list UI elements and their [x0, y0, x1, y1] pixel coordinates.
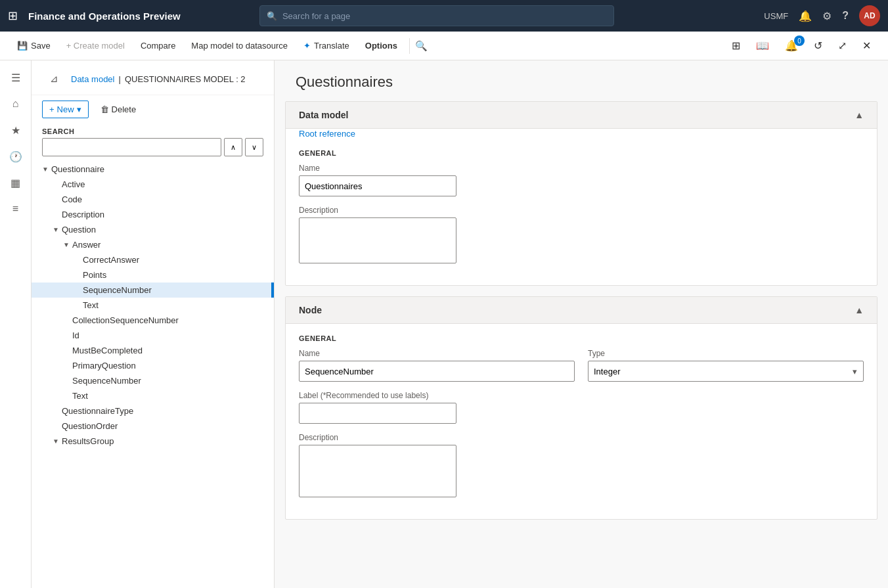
- name-input-node[interactable]: [299, 361, 575, 382]
- node-two-col: Name Type Integer String Real: [299, 349, 864, 391]
- label-field-row-node: Label (*Recommended to use labels): [299, 391, 864, 424]
- data-model-section-header[interactable]: Data model ▲: [286, 102, 877, 129]
- search-cmd-icon[interactable]: 🔍: [415, 40, 428, 52]
- tree-item-collection-seq[interactable]: CollectionSequenceNumber: [32, 313, 274, 328]
- tree-item-id[interactable]: Id: [32, 328, 274, 343]
- save-button[interactable]: 💾 Save: [11, 37, 57, 55]
- page-title: Questionnaires: [275, 60, 888, 101]
- options-button[interactable]: Options: [359, 37, 404, 55]
- tree-search-input[interactable]: [42, 138, 221, 156]
- cmd-divider: [409, 38, 410, 54]
- data-model-collapse-icon: ▲: [855, 110, 864, 120]
- sidebar-list-icon[interactable]: ≡: [4, 197, 28, 221]
- search-up-button[interactable]: ∧: [224, 138, 242, 156]
- description-field-row-dm: Description: [299, 206, 864, 265]
- name-label-dm: Name: [299, 164, 864, 173]
- node-collapse-icon: ▲: [855, 305, 864, 315]
- description-textarea-dm[interactable]: [299, 217, 456, 263]
- tree-item-questionnaire[interactable]: ▼ Questionnaire: [32, 162, 274, 177]
- search-input[interactable]: [282, 11, 607, 21]
- tree-item-sequence-number[interactable]: SequenceNumber: [32, 283, 274, 298]
- create-model-button[interactable]: + Create model: [60, 37, 131, 55]
- description-label-node: Description: [299, 433, 864, 442]
- sidebar-star-icon[interactable]: ★: [4, 118, 28, 142]
- node-section-body: GENERAL Name Type Integer: [286, 324, 877, 519]
- root-reference-link[interactable]: Root reference: [286, 124, 368, 144]
- filter-icon[interactable]: ⊿: [42, 67, 66, 91]
- node-section-title: Node: [299, 305, 322, 315]
- general-label-dm: GENERAL: [299, 149, 864, 157]
- tree-item-questionnaire-type[interactable]: QuestionnaireType: [32, 403, 274, 418]
- translate-button[interactable]: ✦ Translate: [297, 37, 356, 55]
- tree-item-answer[interactable]: ▼ Answer: [32, 237, 274, 252]
- tree-item-description[interactable]: Description: [32, 207, 274, 222]
- description-textarea-node[interactable]: [299, 445, 456, 497]
- description-label-dm: Description: [299, 206, 864, 215]
- tree-item-text-question[interactable]: Text: [32, 388, 274, 403]
- refresh-button[interactable]: ↺: [807, 35, 829, 56]
- node-section-header[interactable]: Node ▲: [286, 297, 877, 324]
- notification-icon[interactable]: 🔔: [799, 10, 812, 22]
- app-title: Finance and Operations Preview: [28, 11, 181, 22]
- sidebar-clock-icon[interactable]: 🕐: [4, 145, 28, 168]
- tree-container: ▼ Questionnaire Active Code Description …: [32, 162, 274, 588]
- name-label-node: Name: [299, 349, 575, 358]
- tree-toolbar: + New ▾ 🗑 Delete: [32, 95, 274, 124]
- data-model-section-body: GENERAL Name Description: [286, 139, 877, 285]
- bookmark-button[interactable]: 📖: [749, 35, 776, 56]
- new-plus-icon: +: [49, 104, 55, 114]
- tree-item-primary-question[interactable]: PrimaryQuestion: [32, 358, 274, 373]
- tree-item-results-group[interactable]: ▼ ResultsGroup: [32, 434, 274, 449]
- tree-item-text-answer[interactable]: Text: [32, 298, 274, 313]
- tree-item-seq-number[interactable]: SequenceNumber: [32, 373, 274, 388]
- search-icon: 🔍: [267, 11, 277, 21]
- selection-indicator: [271, 283, 274, 298]
- notification-badge: 0: [794, 35, 805, 46]
- toggle-answer: ▼: [63, 241, 72, 248]
- top-nav-right: USMF 🔔 ⚙ ? AD: [764, 5, 880, 26]
- breadcrumb-separator: |: [118, 74, 120, 84]
- tree-panel: ⊿ Data model | QUESTIONNAIRES MODEL : 2 …: [32, 60, 275, 588]
- global-search-bar[interactable]: 🔍: [259, 5, 614, 26]
- sidebar-menu-icon[interactable]: ☰: [4, 66, 28, 89]
- map-model-button[interactable]: Map model to datasource: [185, 37, 294, 55]
- new-button[interactable]: + New ▾: [42, 101, 89, 118]
- avatar[interactable]: AD: [859, 5, 880, 26]
- sidebar-table-icon[interactable]: ▦: [4, 171, 28, 194]
- new-dropdown-icon: ▾: [77, 104, 81, 114]
- command-bar: 💾 Save + Create model Compare Map model …: [0, 32, 888, 60]
- main-layout: ☰ ⌂ ★ 🕐 ▦ ≡ ⊿ Data model | QUESTIONNAIRE…: [0, 60, 888, 588]
- pin-button[interactable]: ⊞: [725, 35, 747, 56]
- search-row: ∧ ∨: [42, 138, 263, 156]
- sidebar-home-icon[interactable]: ⌂: [4, 92, 28, 116]
- tree-item-must-be-completed[interactable]: MustBeCompleted: [32, 343, 274, 358]
- top-navbar: ⊞ Finance and Operations Preview 🔍 USMF …: [0, 0, 888, 32]
- settings-icon[interactable]: ⚙: [822, 10, 832, 22]
- breadcrumb-data-model[interactable]: Data model: [71, 74, 114, 84]
- type-select-wrapper: Integer String Real Boolean Date DateTim…: [588, 361, 864, 382]
- delete-button[interactable]: 🗑 Delete: [94, 101, 143, 118]
- toggle-question: ▼: [53, 226, 62, 233]
- tree-item-active[interactable]: Active: [32, 177, 274, 192]
- tree-item-code[interactable]: Code: [32, 192, 274, 207]
- save-icon: 💾: [17, 41, 28, 51]
- tree-item-points[interactable]: Points: [32, 267, 274, 283]
- description-field-row-node: Description: [299, 433, 864, 499]
- compare-button[interactable]: Compare: [134, 37, 182, 55]
- label-input-node[interactable]: [299, 403, 456, 424]
- breadcrumb: Data model | QUESTIONNAIRES MODEL : 2: [71, 74, 246, 84]
- help-icon[interactable]: ?: [842, 10, 849, 22]
- tree-item-correct-answer[interactable]: CorrectAnswer: [32, 252, 274, 267]
- name-input-dm[interactable]: [299, 175, 456, 196]
- maximize-button[interactable]: ⤢: [832, 35, 853, 56]
- app-grid-icon[interactable]: ⊞: [8, 9, 18, 23]
- tree-item-question-order[interactable]: QuestionOrder: [32, 418, 274, 434]
- close-button[interactable]: ✕: [856, 35, 877, 56]
- search-down-button[interactable]: ∨: [245, 138, 263, 156]
- label-label-node: Label (*Recommended to use labels): [299, 391, 864, 400]
- general-label-node: GENERAL: [299, 334, 864, 342]
- tree-item-question[interactable]: ▼ Question: [32, 222, 274, 237]
- sidebar-icons: ☰ ⌂ ★ 🕐 ▦ ≡: [0, 60, 32, 588]
- type-select-node[interactable]: Integer String Real Boolean Date DateTim…: [588, 361, 864, 382]
- tree-header: ⊿ Data model | QUESTIONNAIRES MODEL : 2: [32, 60, 274, 95]
